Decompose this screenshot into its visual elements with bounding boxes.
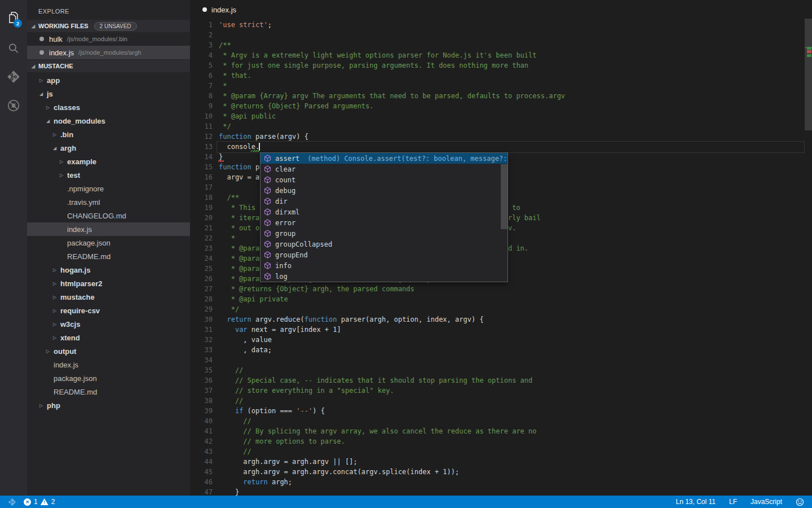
suggestion-label: dir <box>275 198 288 205</box>
tree-item-package-json[interactable]: package.json <box>27 371 190 385</box>
code-line[interactable]: 38 // <box>190 396 812 406</box>
feedback-smiley-icon[interactable] <box>796 498 804 506</box>
suggestion-debug[interactable]: debug <box>261 185 508 196</box>
suggest-scrollbar[interactable] <box>501 164 508 229</box>
error-icon <box>24 498 31 506</box>
code-line[interactable]: 6 * that. <box>190 71 812 81</box>
chevron-collapsed-icon: ▷ <box>39 78 47 83</box>
code-line[interactable]: 37 // store everything in a "special" ke… <box>190 386 812 396</box>
tree-item-htmlparser2[interactable]: ▷htmlparser2 <box>27 277 190 290</box>
code-line[interactable]: 41 // By splicing the argv array, we als… <box>190 426 812 436</box>
suggestion-group[interactable]: group <box>261 228 508 239</box>
scrollbar-slider[interactable] <box>805 19 812 130</box>
tree-item-readme-md[interactable]: README.md <box>27 385 190 398</box>
tree-item-index-js[interactable]: index.js <box>27 222 190 236</box>
code-line[interactable]: 33 , data; <box>190 345 812 355</box>
tree-item-changelog-md[interactable]: CHANGELOG.md <box>27 209 190 222</box>
eol-indicator[interactable]: LF <box>729 498 737 506</box>
code-line[interactable]: 1'use strict'; <box>190 20 812 30</box>
suggestion-label: group <box>275 230 295 238</box>
code-line[interactable]: 5 * for just one single purpose, parsing… <box>190 60 812 71</box>
code-line[interactable]: 47 } <box>190 487 812 496</box>
code-line[interactable]: 10 * @api public <box>190 111 812 121</box>
problems-indicator[interactable]: 1 2 <box>24 498 55 506</box>
editor-scrollbar[interactable] <box>805 0 812 496</box>
suggestion-log[interactable]: log <box>261 271 508 282</box>
language-mode[interactable]: JavaScript <box>751 498 782 506</box>
code-line[interactable]: 30 return argv.reduce(function parser(ar… <box>190 314 812 325</box>
working-file-row[interactable]: hulk/js/node_modules/.bin <box>27 32 190 46</box>
tree-item-w3cjs[interactable]: ▷w3cjs <box>27 317 190 331</box>
code-line[interactable]: 13 console. <box>190 142 812 152</box>
tree-item-mustache[interactable]: ▷mustache <box>27 290 190 304</box>
suggestion-label: dirxml <box>275 208 299 216</box>
tree-item-example[interactable]: ▷example <box>27 155 190 168</box>
code-line[interactable]: 7 * <box>190 81 812 91</box>
debug-disabled-icon[interactable] <box>0 92 27 119</box>
code-line[interactable]: 2 <box>190 30 812 40</box>
dirty-dot-icon[interactable] <box>39 50 44 55</box>
code-line[interactable]: 8 * @param {Array} argv The arguments th… <box>190 91 812 101</box>
suggestion-dirxml[interactable]: dirxml <box>261 207 508 217</box>
suggestion-assert[interactable]: assert(method) Console.assert(test?: boo… <box>261 153 508 164</box>
search-icon[interactable] <box>0 35 27 62</box>
tree-item-app[interactable]: ▷app <box>27 73 190 87</box>
tree-item--npmignore[interactable]: .npmignore <box>27 182 190 195</box>
code-line[interactable]: 36 // Special case, -- indicates that it… <box>190 375 812 386</box>
working-file-row[interactable]: index.js/js/node_modules/argh <box>27 46 190 59</box>
tree-item-index-js[interactable]: index.js <box>27 358 190 371</box>
tab-title[interactable]: index.js <box>211 6 236 14</box>
explorer-icon[interactable]: 2 <box>0 5 27 32</box>
code-line[interactable]: 4 * Argv is a extremely light weight opt… <box>190 50 812 60</box>
code-line[interactable]: 43 // <box>190 446 812 457</box>
tree-item-hogan-js[interactable]: ▷hogan.js <box>27 263 190 277</box>
suggestion-clear[interactable]: clear <box>261 164 508 174</box>
code-line[interactable]: 39 if (option === '--') { <box>190 406 812 416</box>
code-line[interactable]: 40 // <box>190 416 812 426</box>
tree-item-argh[interactable]: ◢argh <box>27 141 190 155</box>
dirty-dot-icon[interactable] <box>39 37 44 41</box>
code-line[interactable]: 11 */ <box>190 121 812 132</box>
suggestion-label: error <box>275 219 295 227</box>
code-line[interactable]: 44 argh.argv = argh.argv || []; <box>190 457 812 467</box>
code-line[interactable]: 46 return argh; <box>190 477 812 487</box>
git-status-icon[interactable] <box>8 498 16 506</box>
cursor-position[interactable]: Ln 13, Col 11 <box>676 498 716 506</box>
tree-item-test[interactable]: ▷test <box>27 168 190 182</box>
tree-item-classes[interactable]: ▷classes <box>27 100 190 114</box>
tree-item-package-json[interactable]: package.json <box>27 236 190 249</box>
tree-item-xtend[interactable]: ▷xtend <box>27 331 190 344</box>
code-line[interactable]: 28 * @api private <box>190 294 812 304</box>
code-line[interactable]: 27 * @returns {Object} argh, the parsed … <box>190 284 812 294</box>
code-text: * @api private <box>219 295 288 303</box>
git-icon[interactable] <box>0 63 27 90</box>
suggestion-error[interactable]: error <box>261 217 508 228</box>
tree-item--bin[interactable]: ▷.bin <box>27 128 190 141</box>
tree-item-readme-md[interactable]: README.md <box>27 249 190 263</box>
code-line[interactable]: 32 , value <box>190 335 812 345</box>
suggestion-dir[interactable]: dir <box>261 196 508 207</box>
code-line[interactable]: 35 // <box>190 365 812 375</box>
activity-bar: 2 <box>0 0 27 496</box>
working-files-header[interactable]: ◢ WORKING FILES 2 UNSAVED <box>27 20 190 32</box>
suggestion-count[interactable]: count <box>261 174 508 185</box>
suggestion-info[interactable]: info <box>261 260 508 271</box>
code-line[interactable]: 42 // more options to parse. <box>190 436 812 446</box>
code-line[interactable]: 34 <box>190 355 812 365</box>
code-line[interactable]: 29 */ <box>190 304 812 314</box>
code-line[interactable]: 9 * @returns {Object} Parsed arguments. <box>190 101 812 111</box>
tree-item-js[interactable]: ◢js <box>27 87 190 100</box>
code-line[interactable]: 3/** <box>190 40 812 50</box>
tree-item-require-csv[interactable]: ▷require-csv <box>27 304 190 317</box>
suggestion-groupCollapsed[interactable]: groupCollapsed <box>261 239 508 249</box>
project-header[interactable]: ◢ MUSTACHE <box>27 60 190 72</box>
tree-item--travis-yml[interactable]: .travis.yml <box>27 195 190 209</box>
tree-item-php[interactable]: ▷php <box>27 398 190 412</box>
file-name: index.js <box>49 49 74 57</box>
code-line[interactable]: 31 var next = argv[index + 1] <box>190 325 812 335</box>
code-line[interactable]: 45 argh.argv = argh.argv.concat(argv.spl… <box>190 467 812 477</box>
tree-item-output[interactable]: ▷output <box>27 344 190 358</box>
code-line[interactable]: 12function parse(argv) { <box>190 132 812 142</box>
tree-item-node-modules[interactable]: ◢node_modules <box>27 114 190 128</box>
suggestion-groupEnd[interactable]: groupEnd <box>261 249 508 260</box>
